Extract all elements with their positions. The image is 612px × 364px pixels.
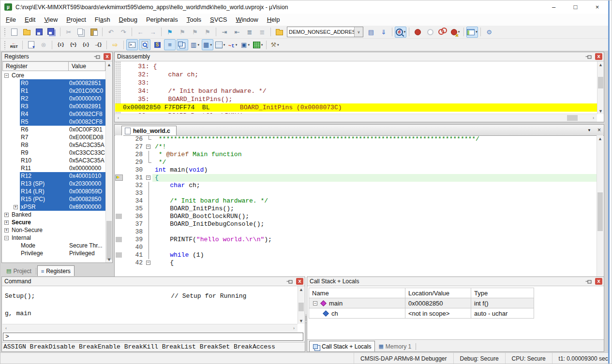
fold-margin[interactable] bbox=[146, 251, 152, 259]
register-row-non-secure[interactable]: +Non-Secure bbox=[2, 226, 105, 234]
register-row-r1[interactable]: R10x201C00C0 bbox=[2, 87, 105, 95]
fold-margin[interactable] bbox=[146, 228, 152, 236]
target-combobox[interactable]: DEMO_NONSEC_ADDRES∨ bbox=[287, 27, 363, 37]
bookmark-toggle-button[interactable]: ⚑ bbox=[164, 27, 176, 38]
step-over-button[interactable]: {↷} bbox=[67, 39, 79, 50]
close-button[interactable]: × bbox=[586, 0, 608, 14]
analysis-window-button[interactable]: ~t▾ bbox=[227, 39, 239, 50]
register-row-r13-sp-[interactable]: R13 (SP)0x20300000 bbox=[2, 180, 105, 188]
bookmark-clear-all-button[interactable]: ⚑ bbox=[202, 27, 213, 38]
cut-button[interactable]: ✂ bbox=[63, 27, 75, 38]
command-output[interactable]: Setup(); // Setup for Running g, main bbox=[2, 286, 298, 324]
editor-line-36[interactable]: 36 BOARD_BootClockRUN(); bbox=[115, 213, 597, 220]
command-window-button[interactable] bbox=[126, 39, 138, 50]
disassembly-vscrollbar[interactable]: ▲ ▼ bbox=[597, 61, 604, 114]
fold-margin[interactable] bbox=[146, 135, 152, 143]
editor-line-30[interactable]: 30int main(void) bbox=[115, 166, 597, 174]
callstack-row-main[interactable]: − main 0x00082850 int f() bbox=[309, 298, 534, 308]
save-all-button[interactable] bbox=[46, 27, 58, 38]
expander-icon[interactable]: + bbox=[14, 205, 18, 209]
register-row-r12[interactable]: R120x40001010 bbox=[2, 172, 105, 180]
command-vscrollbar[interactable]: ▲ ▼ bbox=[298, 286, 304, 324]
register-row-mode[interactable]: ModeSecure Thr... bbox=[2, 242, 105, 249]
new-file-button[interactable] bbox=[8, 27, 20, 38]
indent-button[interactable]: ⇥ bbox=[219, 27, 230, 38]
navigate-forward-button[interactable]: → bbox=[147, 27, 159, 38]
menu-file[interactable]: File bbox=[2, 15, 20, 25]
comment-selection-button[interactable]: ≣ bbox=[244, 27, 255, 38]
expander-icon[interactable]: − bbox=[4, 236, 9, 240]
fold-margin[interactable] bbox=[146, 236, 152, 244]
step-button[interactable]: {↧} bbox=[55, 39, 66, 50]
menu-edit[interactable]: Edit bbox=[21, 15, 39, 25]
chevron-down-icon[interactable]: ▾ bbox=[224, 43, 225, 47]
fold-margin[interactable]: − bbox=[146, 143, 152, 151]
fold-collapse-icon[interactable]: − bbox=[146, 261, 150, 265]
disassembly-line[interactable]: 34: /* Init board hardware. */ bbox=[121, 87, 597, 95]
disassembly-line[interactable]: 31: { bbox=[121, 62, 597, 71]
fold-margin[interactable] bbox=[146, 213, 152, 220]
expander-icon[interactable]: + bbox=[4, 213, 9, 217]
insert-breakpoint-button[interactable] bbox=[412, 27, 423, 38]
menu-tools[interactable]: Tools bbox=[183, 15, 205, 25]
chevron-down-icon[interactable]: ▾ bbox=[261, 43, 263, 47]
serial-window-button[interactable]: ▾ bbox=[214, 39, 226, 50]
kill-all-breakpoints-button[interactable] bbox=[437, 27, 448, 38]
minimize-button[interactable]: – bbox=[543, 0, 565, 14]
menu-debug[interactable]: Debug bbox=[115, 15, 141, 25]
chevron-down-icon[interactable]: ▾ bbox=[236, 43, 238, 47]
enable-disable-breakpoint-button[interactable] bbox=[424, 27, 436, 38]
command-input[interactable]: > bbox=[3, 333, 303, 341]
menu-window[interactable]: Window bbox=[232, 15, 262, 25]
editor-line-28[interactable]: 28 * @brief Main function bbox=[115, 151, 597, 159]
column-header-name[interactable]: Name bbox=[309, 288, 405, 298]
register-row-r4[interactable]: R40x00082CF8 bbox=[2, 110, 105, 118]
navigate-back-button[interactable]: ← bbox=[134, 27, 146, 38]
callstack-row-ch[interactable]: ch <not in scope> auto - uchar bbox=[309, 308, 534, 319]
editor-line-39[interactable]: 39 PRINTF("hello world.\r\n"); bbox=[115, 236, 597, 244]
register-row-r10[interactable]: R100x5AC3C35A bbox=[2, 157, 105, 164]
editor-line-32[interactable]: 32 char ch; bbox=[115, 182, 597, 189]
chevron-down-icon[interactable]: ▾ bbox=[277, 43, 279, 47]
close-icon[interactable]: x bbox=[595, 278, 602, 285]
register-row-r7[interactable]: R70xE000ED08 bbox=[2, 133, 105, 141]
register-row-banked[interactable]: +Banked bbox=[2, 211, 105, 218]
register-row-secure[interactable]: +Secure bbox=[2, 218, 105, 226]
close-icon[interactable]: x bbox=[104, 53, 111, 60]
tab-project[interactable]: ▤ Project bbox=[3, 266, 35, 276]
register-row-r11[interactable]: R110x00000000 bbox=[2, 164, 105, 172]
fold-margin[interactable] bbox=[146, 151, 152, 159]
configure-flash-tools-button[interactable]: ▤ bbox=[365, 27, 377, 38]
command-hscrollbar[interactable]: ‹ › bbox=[2, 324, 298, 332]
disassembly-current-line[interactable]: 0x00082850 F7FDFF74 BL BOARD_InitPins (0… bbox=[115, 103, 597, 112]
editor-line-41[interactable]: 41 while (1) bbox=[115, 251, 597, 259]
register-row-r3[interactable]: R30x00082891 bbox=[2, 102, 105, 110]
toolbox-button[interactable]: ⚒▾ bbox=[269, 39, 281, 50]
register-row-internal[interactable]: −Internal bbox=[2, 234, 105, 242]
register-row-r9[interactable]: R90xC33CC33C bbox=[2, 149, 105, 157]
find-in-files-button[interactable]: d▾ bbox=[395, 27, 406, 38]
window-layout-button[interactable]: ▾ bbox=[466, 27, 478, 38]
run-button[interactable] bbox=[25, 39, 37, 50]
tab-call-stack-locals[interactable]: Call Stack + Locals bbox=[309, 341, 375, 351]
expander-icon[interactable]: + bbox=[4, 228, 9, 233]
registers-scrollbar[interactable]: ▲ ▼ bbox=[105, 61, 112, 262]
maximize-button[interactable]: □ bbox=[565, 0, 586, 14]
disassembly-line[interactable]: 33: bbox=[121, 79, 597, 87]
fold-margin[interactable] bbox=[146, 182, 152, 189]
expander-icon[interactable]: − bbox=[313, 301, 317, 306]
paste-button[interactable] bbox=[88, 27, 100, 38]
register-row-xpsr[interactable]: +xPSR0x69000000 bbox=[2, 203, 105, 211]
editor-line-27[interactable]: 27−/*! bbox=[115, 143, 597, 151]
tab-hello-world-c[interactable]: hello_world.c bbox=[121, 126, 177, 135]
chevron-down-icon[interactable]: ▾ bbox=[476, 30, 478, 34]
close-icon[interactable]: x bbox=[595, 53, 602, 60]
pin-icon[interactable] bbox=[586, 278, 592, 284]
stop-button[interactable]: ⊗ bbox=[38, 39, 49, 50]
editor-line-40[interactable]: 40 bbox=[115, 244, 597, 251]
system-viewer-button[interactable]: ▾ bbox=[252, 39, 264, 50]
column-header-type[interactable]: Type bbox=[471, 288, 534, 298]
close-document-icon[interactable]: × bbox=[597, 127, 601, 133]
disassembly-line[interactable]: 35: BOARD_InitPins(); bbox=[121, 95, 597, 103]
fold-margin[interactable]: − bbox=[146, 174, 152, 182]
